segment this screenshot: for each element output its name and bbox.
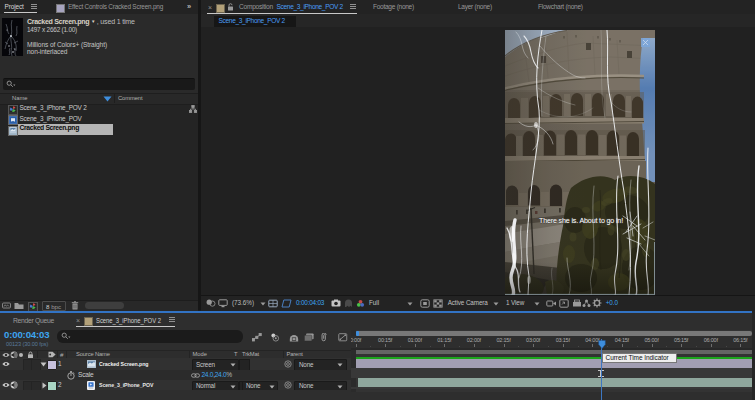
svg-text:There she is. About to go in!: There she is. About to go in! — [539, 217, 623, 225]
